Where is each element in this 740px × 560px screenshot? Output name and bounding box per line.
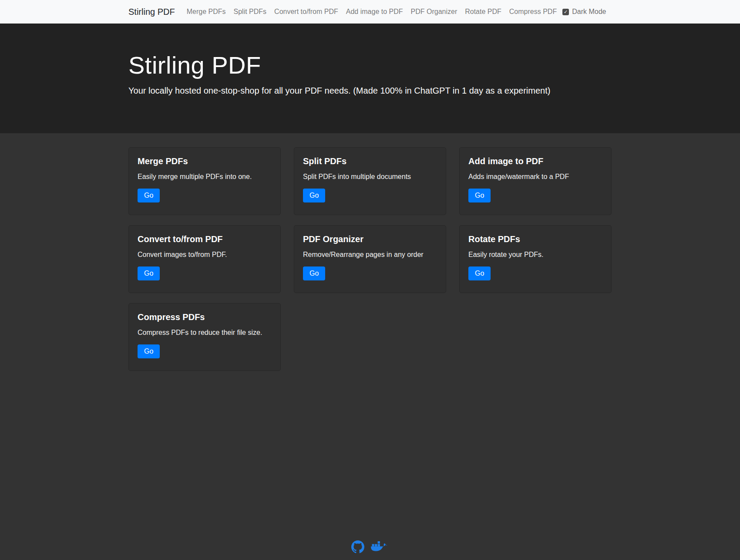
card-title: Convert to/from PDF: [138, 234, 272, 244]
footer: [0, 534, 740, 560]
go-button[interactable]: Go: [303, 189, 325, 202]
feature-card: Convert to/from PDF Convert images to/fr…: [128, 225, 281, 293]
page-title: Stirling PDF: [128, 51, 612, 80]
feature-card: Rotate PDFs Easily rotate your PDFs. Go: [459, 225, 612, 293]
page-subtitle: Your locally hosted one-stop-shop for al…: [128, 86, 612, 96]
nav-links: Merge PDFs Split PDFs Convert to/from PD…: [183, 4, 561, 19]
hero-section: Stirling PDF Your locally hosted one-sto…: [0, 24, 740, 133]
go-button[interactable]: Go: [468, 267, 491, 280]
nav-link[interactable]: Convert to/from PDF: [270, 4, 342, 19]
feature-card: PDF Organizer Remove/Rearrange pages in …: [294, 225, 446, 293]
cards-grid: Merge PDFs Easily merge multiple PDFs in…: [128, 147, 612, 371]
go-button[interactable]: Go: [303, 267, 325, 280]
nav-link[interactable]: Add image to PDF: [342, 4, 407, 19]
nav-link[interactable]: Merge PDFs: [183, 4, 230, 19]
github-link[interactable]: [351, 540, 364, 553]
feature-card: Merge PDFs Easily merge multiple PDFs in…: [128, 147, 281, 215]
card-description: Split PDFs into multiple documents: [303, 173, 437, 181]
card-title: Split PDFs: [303, 156, 437, 166]
card-title: Merge PDFs: [138, 156, 272, 166]
card-description: Compress PDFs to reduce their file size.: [138, 329, 272, 337]
go-button[interactable]: Go: [138, 189, 160, 202]
navbar-container: Stirling PDF Merge PDFs Split PDFs Conve…: [122, 0, 618, 24]
empty-space: [0, 371, 740, 534]
card-title: Rotate PDFs: [468, 234, 602, 244]
nav-link[interactable]: PDF Organizer: [407, 4, 461, 19]
card-description: Adds image/watermark to a PDF: [468, 173, 602, 181]
go-button[interactable]: Go: [468, 189, 491, 202]
docker-link[interactable]: [370, 540, 389, 554]
dark-mode-checkbox[interactable]: [562, 9, 569, 15]
card-title: PDF Organizer: [303, 234, 437, 244]
feature-card: Split PDFs Split PDFs into multiple docu…: [294, 147, 446, 215]
card-description: Easily merge multiple PDFs into one.: [138, 173, 272, 181]
navbar-brand[interactable]: Stirling PDF: [128, 7, 175, 17]
card-description: Convert images to/from PDF.: [138, 251, 272, 259]
card-description: Remove/Rearrange pages in any order: [303, 251, 437, 259]
card-title: Compress PDFs: [138, 312, 272, 322]
dark-mode-toggle[interactable]: Dark Mode: [562, 8, 606, 16]
nav-link[interactable]: Split PDFs: [230, 4, 271, 19]
nav-link[interactable]: Rotate PDF: [461, 4, 505, 19]
nav-link[interactable]: Compress PDF: [505, 4, 561, 19]
go-button[interactable]: Go: [138, 344, 160, 358]
card-description: Easily rotate your PDFs.: [468, 251, 602, 259]
github-icon: [351, 540, 364, 553]
feature-card: Add image to PDF Adds image/watermark to…: [459, 147, 612, 215]
card-title: Add image to PDF: [468, 156, 602, 166]
feature-card: Compress PDFs Compress PDFs to reduce th…: [128, 303, 281, 371]
navbar: Stirling PDF Merge PDFs Split PDFs Conve…: [0, 0, 740, 24]
dark-mode-label: Dark Mode: [572, 8, 606, 16]
main-content: Merge PDFs Easily merge multiple PDFs in…: [122, 147, 618, 371]
docker-icon: [370, 540, 389, 554]
go-button[interactable]: Go: [138, 267, 160, 280]
